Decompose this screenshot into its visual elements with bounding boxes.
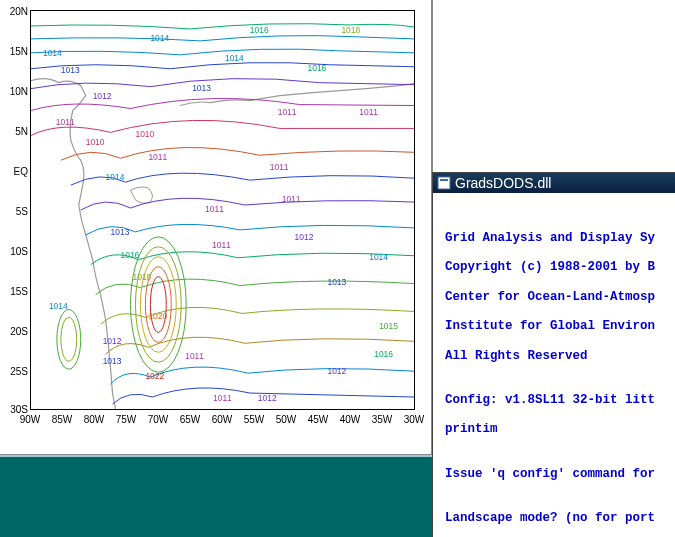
svg-text:1013: 1013 — [61, 65, 80, 75]
svg-text:1014: 1014 — [43, 48, 62, 58]
y-tick: 20S — [2, 326, 28, 337]
right-upper-blank — [432, 0, 675, 172]
svg-text:1011: 1011 — [282, 194, 301, 204]
y-tick: EQ — [2, 166, 28, 177]
y-tick: 15N — [2, 46, 28, 57]
terminal-line: printim — [445, 422, 671, 437]
terminal-line: Copyright (c) 1988-2001 by B — [445, 260, 671, 275]
svg-text:1011: 1011 — [205, 204, 224, 214]
terminal-line: All Rights Reserved — [445, 349, 671, 364]
svg-text:1012: 1012 — [327, 366, 346, 376]
x-tick: 40W — [340, 414, 361, 425]
svg-point-3 — [135, 247, 181, 362]
svg-text:1018: 1018 — [132, 272, 151, 282]
svg-point-6 — [61, 317, 77, 361]
x-tick: 45W — [308, 414, 329, 425]
terminal-line: Config: v1.8SL11 32-bit litt — [445, 393, 671, 408]
terminal-titlebar[interactable]: GradsDODS.dll — [433, 173, 675, 193]
svg-text:1011: 1011 — [212, 240, 231, 250]
y-tick: 10S — [2, 246, 28, 257]
x-tick: 70W — [148, 414, 169, 425]
terminal-line: Issue 'q config' command for — [445, 467, 671, 482]
svg-text:1016: 1016 — [308, 63, 327, 73]
x-tick: 90W — [20, 414, 41, 425]
svg-text:1011: 1011 — [213, 393, 232, 403]
svg-text:1016: 1016 — [121, 250, 140, 260]
svg-text:1010: 1010 — [135, 129, 154, 139]
terminal-title: GradsDODS.dll — [455, 175, 551, 191]
svg-text:1011: 1011 — [359, 107, 378, 117]
svg-text:1018: 1018 — [341, 25, 360, 35]
svg-text:1011: 1011 — [185, 351, 204, 361]
contour-plot-svg: 1014 1013 1014 1016 1018 1014 1016 1012 … — [31, 11, 414, 409]
svg-text:1014: 1014 — [106, 172, 125, 182]
svg-text:1013: 1013 — [111, 227, 130, 237]
y-tick: 15S — [2, 286, 28, 297]
x-tick: 80W — [84, 414, 105, 425]
x-tick: 35W — [372, 414, 393, 425]
x-tick: 75W — [116, 414, 137, 425]
app-icon — [437, 176, 451, 190]
svg-point-0 — [150, 277, 166, 333]
terminal-body[interactable]: Grid Analysis and Display Sy Copyright (… — [433, 193, 675, 537]
svg-text:1015: 1015 — [379, 321, 398, 331]
terminal-line: Institute for Global Environ — [445, 319, 671, 334]
svg-text:1011: 1011 — [148, 152, 167, 162]
svg-text:1014: 1014 — [225, 53, 244, 63]
terminal-line: Grid Analysis and Display Sy — [445, 231, 671, 246]
x-tick: 50W — [276, 414, 297, 425]
y-tick: 25S — [2, 366, 28, 377]
contour-map: 1014 1013 1014 1016 1018 1014 1016 1012 … — [30, 10, 415, 410]
svg-rect-45 — [440, 179, 448, 181]
svg-text:1010: 1010 — [86, 137, 105, 147]
svg-text:1014: 1014 — [369, 252, 388, 262]
svg-text:1012: 1012 — [295, 232, 314, 242]
bottom-strip — [0, 455, 432, 537]
terminal-window[interactable]: GradsDODS.dll Grid Analysis and Display … — [432, 172, 675, 537]
map-panel: 1014 1013 1014 1016 1018 1014 1016 1012 … — [0, 0, 432, 455]
svg-text:1012: 1012 — [258, 393, 277, 403]
svg-text:1013: 1013 — [192, 83, 211, 93]
y-tick: 20N — [2, 6, 28, 17]
terminal-line: Center for Ocean-Land-Atmosp — [445, 290, 671, 305]
svg-text:1016: 1016 — [374, 349, 393, 359]
y-tick: 5S — [2, 206, 28, 217]
x-tick: 65W — [180, 414, 201, 425]
y-tick: 5N — [2, 126, 28, 137]
svg-text:1014: 1014 — [49, 301, 68, 311]
svg-text:1013: 1013 — [103, 356, 122, 366]
svg-text:1016: 1016 — [250, 25, 269, 35]
x-tick: 55W — [244, 414, 265, 425]
svg-text:1013: 1013 — [327, 277, 346, 287]
x-tick: 30W — [404, 414, 425, 425]
svg-text:1012: 1012 — [103, 336, 122, 346]
svg-text:1022: 1022 — [145, 371, 164, 381]
svg-text:1011: 1011 — [278, 107, 297, 117]
svg-text:1011: 1011 — [270, 162, 289, 172]
x-tick: 85W — [52, 414, 73, 425]
svg-text:1012: 1012 — [93, 91, 112, 101]
svg-text:1011: 1011 — [56, 117, 75, 127]
x-tick: 60W — [212, 414, 233, 425]
y-tick: 10N — [2, 86, 28, 97]
terminal-line: Landscape mode? (no for port — [445, 511, 671, 526]
svg-rect-44 — [438, 177, 450, 189]
svg-text:1020: 1020 — [148, 311, 167, 321]
svg-text:1014: 1014 — [150, 33, 169, 43]
